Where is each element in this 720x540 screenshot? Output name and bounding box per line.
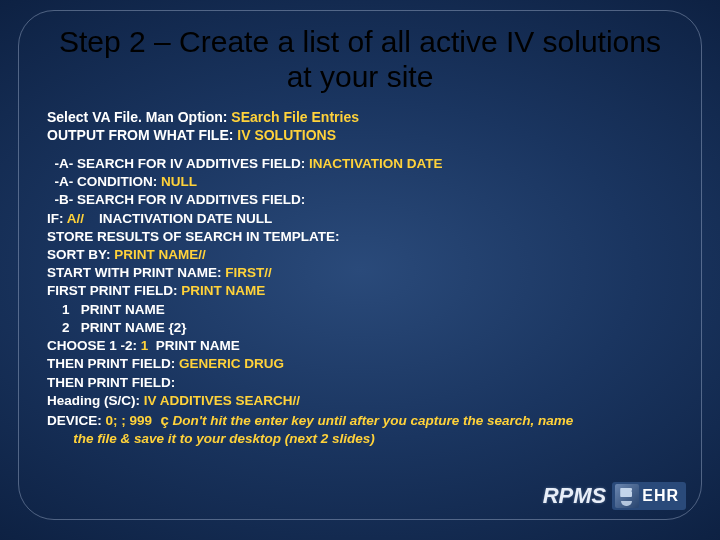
prompt-store: STORE RESULTS OF SEARCH IN TEMPLATE: — [47, 229, 340, 244]
choice-1: 1 PRINT NAME — [47, 302, 165, 317]
note-line-2: the file & save it to your desktop (next… — [47, 431, 375, 446]
input-if: A// — [67, 211, 84, 226]
slide-body: Select VA File. Man Option: SEarch File … — [47, 108, 673, 448]
input-a-cond: NULL — [161, 174, 197, 189]
echo-choose: PRINT NAME — [148, 338, 240, 353]
terminal-block: -A- SEARCH FOR IV ADDITIVES FIELD: INACT… — [47, 155, 673, 449]
ehr-icon — [615, 484, 639, 508]
logo-group: RPMS EHR — [543, 482, 686, 510]
input-then-1: GENERIC DRUG — [179, 356, 284, 371]
rounded-frame: Step 2 – Create a list of all active IV … — [18, 10, 702, 520]
prompt-then-2: THEN PRINT FIELD: — [47, 375, 175, 390]
choice-2: 2 PRINT NAME {2} — [47, 320, 187, 335]
prompt-sort: SORT BY: — [47, 247, 114, 262]
prompt-then-1: THEN PRINT FIELD: — [47, 356, 179, 371]
note-line-1: Don't hit the enter key until after you … — [169, 413, 574, 428]
prompt-if: IF: — [47, 211, 67, 226]
input-a-field: INACTIVATION DATE — [309, 156, 443, 171]
prompt-start: START WITH PRINT NAME: — [47, 265, 225, 280]
echo-if: INACTIVATION DATE NULL — [84, 211, 272, 226]
prompt-select-option: Select VA File. Man Option: — [47, 109, 231, 125]
ehr-text: EHR — [640, 487, 683, 505]
prompt-first-field: FIRST PRINT FIELD: — [47, 283, 181, 298]
prompt-heading: Heading (S/C): — [47, 393, 144, 408]
input-first-field: PRINT NAME — [181, 283, 265, 298]
prompt-device: DEVICE: — [47, 413, 106, 428]
input-select-option: SEarch File Entries — [231, 109, 359, 125]
prompt-a-field: -A- SEARCH FOR IV ADDITIVES FIELD: — [47, 156, 309, 171]
prompt-choose: CHOOSE 1 -2: — [47, 338, 141, 353]
prompt-a-cond: -A- CONDITION: — [47, 174, 161, 189]
input-device: 0; ; 999 — [106, 413, 153, 428]
input-heading: IV ADDITIVES SEARCH// — [144, 393, 300, 408]
input-start: FIRST// — [225, 265, 272, 280]
slide-title: Step 2 – Create a list of all active IV … — [59, 25, 661, 94]
prompt-b-field: -B- SEARCH FOR IV ADDITIVES FIELD: — [47, 192, 305, 207]
rpms-logo: RPMS — [543, 483, 607, 509]
prompt-output-file: OUTPUT FROM WHAT FILE: — [47, 127, 237, 143]
ehr-badge: EHR — [612, 482, 686, 510]
arrow-icon: ç — [152, 411, 169, 428]
slide: Step 2 – Create a list of all active IV … — [0, 0, 720, 540]
input-sort: PRINT NAME// — [114, 247, 206, 262]
input-output-file: IV SOLUTIONS — [237, 127, 336, 143]
